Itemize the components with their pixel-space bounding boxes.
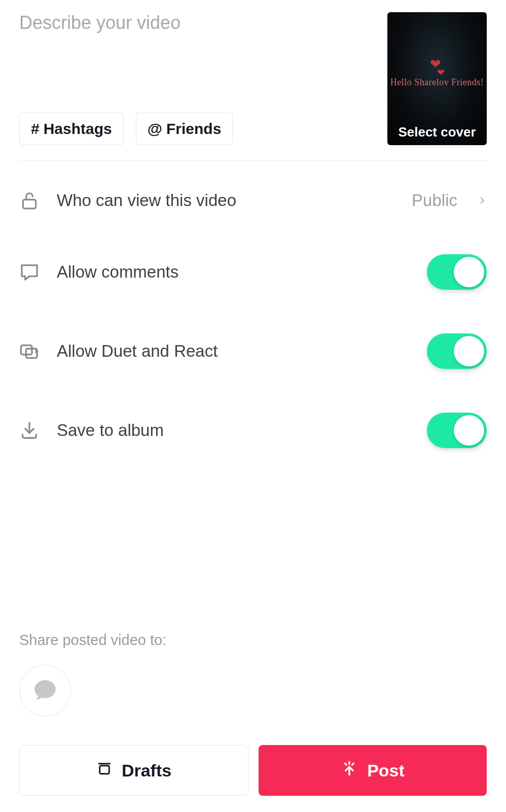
description-column: # Hashtags @ Friends <box>19 12 375 145</box>
post-icon <box>341 760 358 781</box>
description-input[interactable] <box>19 12 375 98</box>
chip-row: # Hashtags @ Friends <box>19 113 375 145</box>
svg-rect-5 <box>100 766 110 774</box>
drafts-button-label: Drafts <box>122 761 171 781</box>
divider <box>19 160 487 161</box>
allow-duet-row: Allow Duet and React <box>19 333 487 369</box>
privacy-row[interactable]: Who can view this video Public <box>19 190 487 211</box>
hashtags-chip-label: Hashtags <box>44 120 112 138</box>
at-icon: @ <box>148 120 162 138</box>
svg-line-8 <box>345 763 347 765</box>
privacy-value: Public <box>412 191 457 210</box>
friends-chip-label: Friends <box>166 120 221 138</box>
hash-icon: # <box>31 120 40 138</box>
post-button[interactable]: Post <box>259 745 487 796</box>
select-cover-label: Select cover <box>387 124 487 140</box>
share-label: Share posted video to: <box>19 632 487 649</box>
duet-icon <box>19 341 40 361</box>
svg-line-9 <box>352 763 354 765</box>
comment-icon <box>19 262 40 282</box>
save-album-row: Save to album <box>19 413 487 448</box>
save-album-label: Save to album <box>57 421 410 440</box>
share-section: Share posted video to: <box>19 632 487 717</box>
unlock-icon <box>19 190 40 211</box>
hashtags-chip[interactable]: # Hashtags <box>19 113 124 145</box>
heart-icon: ❤❤ <box>387 60 487 74</box>
allow-duet-toggle[interactable] <box>427 333 487 369</box>
allow-comments-label: Allow comments <box>57 262 410 282</box>
bottom-bar: Drafts Post <box>19 745 487 796</box>
allow-comments-toggle[interactable] <box>427 254 487 290</box>
save-album-toggle[interactable] <box>427 413 487 448</box>
chevron-right-icon <box>478 192 487 209</box>
share-messages-button[interactable] <box>19 665 71 717</box>
drafts-button[interactable]: Drafts <box>19 745 248 796</box>
settings-list: Who can view this video Public Allow com… <box>19 190 487 448</box>
post-button-label: Post <box>367 761 405 781</box>
allow-comments-row: Allow comments <box>19 254 487 290</box>
cover-thumbnail[interactable]: ❤❤ Hello Sharelov Friends! Select cover <box>387 12 487 145</box>
allow-duet-label: Allow Duet and React <box>57 342 410 361</box>
top-region: # Hashtags @ Friends ❤❤ Hello Sharelov F… <box>19 12 487 145</box>
privacy-label: Who can view this video <box>57 191 394 210</box>
friends-chip[interactable]: @ Friends <box>136 113 233 145</box>
svg-rect-0 <box>23 199 35 208</box>
drafts-icon <box>96 760 113 781</box>
cover-caption-text: Hello Sharelov Friends! <box>387 77 487 88</box>
post-video-page: # Hashtags @ Friends ❤❤ Hello Sharelov F… <box>0 0 506 812</box>
chat-bubble-icon <box>32 677 58 704</box>
download-icon <box>19 420 40 441</box>
